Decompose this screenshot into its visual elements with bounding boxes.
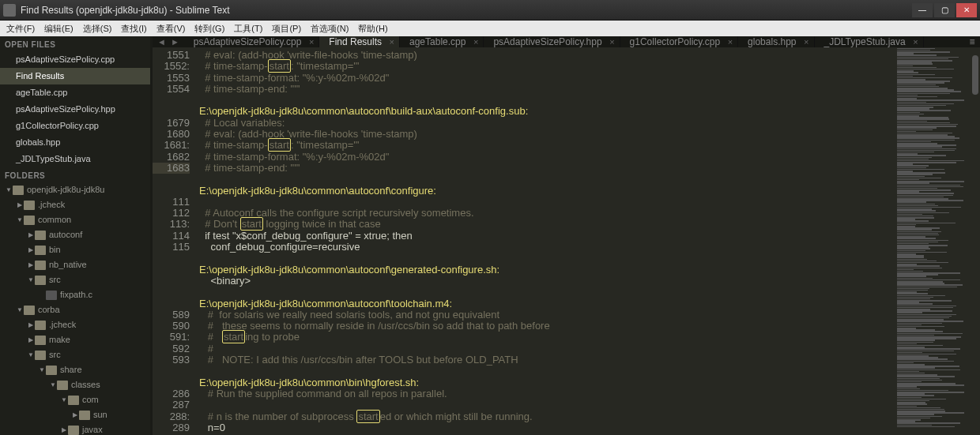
chevron-right-icon: ▶ [27, 243, 35, 257]
tab[interactable]: globals.hpp× [738, 36, 814, 47]
folder-item[interactable]: ▶.jcheck [0, 317, 150, 332]
open-file-item[interactable]: globals.hpp [0, 134, 150, 151]
menu-item[interactable]: 查找(I) [116, 21, 151, 36]
code-area[interactable]: # eval: (add-hook 'write-file-hooks 'tim… [196, 47, 895, 435]
menu-item[interactable]: 选择(S) [78, 21, 117, 36]
tab-close-icon[interactable]: × [804, 37, 808, 47]
menu-item[interactable]: 文件(F) [2, 21, 40, 36]
tab-label: psAdaptiveSizePolicy.hpp [493, 36, 601, 47]
folder-icon [13, 186, 24, 195]
nav-back-icon[interactable]: ◄ [157, 37, 166, 47]
line-number: 115 [153, 242, 190, 253]
open-file-item[interactable]: psAdaptiveSizePolicy.cpp [0, 51, 150, 68]
menu-item[interactable]: 编辑(E) [40, 21, 78, 36]
menu-item[interactable]: 首选项(N) [306, 21, 353, 36]
menu-item[interactable]: 工具(T) [229, 21, 267, 36]
sidebar: OPEN FILES psAdaptiveSizePolicy.cppFind … [0, 36, 150, 435]
folder-item[interactable]: ▼com [0, 392, 150, 407]
tree-label: src [49, 273, 61, 287]
line-number: 1552: [153, 61, 190, 72]
folder-item[interactable]: ▶autoconf [0, 227, 150, 242]
line-number: 589 [153, 309, 190, 321]
folder-item[interactable]: ▼src [0, 347, 150, 362]
folder-item[interactable]: ▼share [0, 362, 150, 377]
tab-label: globals.hpp [748, 36, 796, 47]
tab[interactable]: g1CollectorPolicy.cpp× [620, 36, 739, 47]
folder-item[interactable]: ▶.jcheck [0, 197, 150, 212]
folder-icon [35, 351, 46, 360]
maximize-button[interactable]: ▢ [934, 3, 955, 17]
vertical-scrollbar[interactable] [971, 47, 980, 435]
folder-item[interactable]: ▼common [0, 212, 150, 227]
folder-icon [35, 336, 46, 345]
tab-label: Find Results [329, 36, 382, 47]
folder-item[interactable]: ▶sun [0, 407, 150, 422]
menu-item[interactable]: 转到(G) [190, 21, 229, 36]
open-file-item[interactable]: psAdaptiveSizePolicy.hpp [0, 101, 150, 118]
tree-label: autoconf [49, 228, 82, 242]
menu-item[interactable]: 项目(P) [267, 21, 306, 36]
file-icon [46, 291, 57, 300]
file-item[interactable]: fixpath.c [0, 287, 150, 302]
folder-item[interactable]: ▼corba [0, 302, 150, 317]
tree-label: .jcheck [49, 318, 76, 332]
tab[interactable]: psAdaptiveSizePolicy.hpp× [484, 36, 620, 47]
open-file-item[interactable]: ageTable.cpp [0, 84, 150, 101]
tab-label: psAdaptiveSizePolicy.cpp [194, 36, 302, 47]
folder-item[interactable]: ▼classes [0, 377, 150, 392]
chevron-right-icon: ▶ [27, 228, 35, 242]
code-line: if test "x$conf_debug_configure" = xtrue… [199, 231, 895, 242]
line-number: 289 [153, 422, 190, 433]
tree-label: share [60, 363, 82, 377]
code-line: # time-stamp-end: "'" [199, 163, 895, 174]
tree-label: src [49, 348, 61, 362]
tab-close-icon[interactable]: × [473, 37, 478, 47]
code-line: # starting to probe [199, 332, 895, 343]
code-line [199, 366, 895, 377]
line-number [153, 287, 190, 298]
tab-close-icon[interactable]: × [390, 37, 394, 47]
folder-item[interactable]: ▼openjdk-jdk8u-jdk8u [0, 182, 150, 197]
tab[interactable]: ageTable.cpp× [400, 36, 484, 47]
tab[interactable]: psAdaptiveSizePolicy.cpp× [184, 36, 320, 47]
folder-item[interactable]: ▶bin [0, 242, 150, 257]
open-file-item[interactable]: Find Results [0, 68, 150, 84]
tab-close-icon[interactable]: × [728, 37, 733, 47]
tab-close-icon[interactable]: × [309, 37, 314, 47]
scrollbar-thumb[interactable] [972, 55, 978, 95]
tab[interactable]: _JDLTypeStub.java× [815, 36, 924, 47]
code-line [199, 197, 895, 208]
folder-item[interactable]: ▶nb_native [0, 257, 150, 272]
line-number: 592 [153, 343, 190, 354]
code-line: # time-stamp-format: "%:y-%02m-%02d" [199, 152, 895, 163]
tree-label: com [82, 393, 99, 407]
folder-icon [57, 381, 68, 390]
open-file-item[interactable]: g1CollectorPolicy.cpp [0, 118, 150, 134]
tab[interactable]: Find Results× [319, 36, 400, 47]
folder-icon [24, 216, 35, 225]
line-number: 1680 [153, 129, 190, 140]
tab-menu-icon[interactable]: ≡ [964, 36, 980, 47]
code-line: # [199, 343, 895, 354]
open-file-item[interactable]: _JDLTypeStub.java [0, 151, 150, 167]
folder-item[interactable]: ▶make [0, 332, 150, 347]
chevron-right-icon: ▶ [60, 423, 68, 435]
folder-item[interactable]: ▼src [0, 272, 150, 287]
chevron-down-icon: ▼ [60, 393, 68, 407]
chevron-down-icon: ▼ [16, 213, 24, 227]
minimap[interactable] [895, 47, 971, 435]
tab-close-icon[interactable]: × [609, 37, 614, 47]
line-number: 288: [153, 411, 190, 422]
minimize-button[interactable]: — [912, 3, 933, 17]
close-button[interactable]: ✕ [956, 3, 977, 17]
tab-close-icon[interactable]: × [913, 37, 918, 47]
code-line [199, 287, 895, 298]
folder-item[interactable]: ▶javax [0, 422, 150, 435]
menu-item[interactable]: 帮助(H) [353, 21, 392, 36]
code-line: # time-stamp-start: "timestamp='" [199, 140, 895, 151]
nav-forward-icon[interactable]: ► [171, 37, 179, 47]
menu-item[interactable]: 查看(V) [152, 21, 190, 36]
folder-icon [46, 366, 57, 375]
chevron-right-icon: ▶ [16, 198, 24, 212]
editor-body: 1551 1552:1553 1554 1679 1680 1681:1682 … [153, 47, 980, 435]
